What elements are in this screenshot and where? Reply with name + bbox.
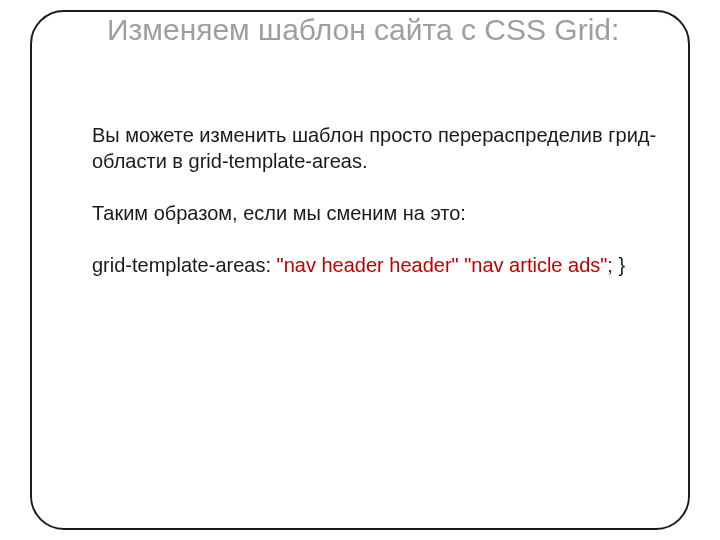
paragraph-1: Вы можете изменить шаблон просто перерас…: [92, 122, 672, 174]
code-value: "nav header header" "nav article ads";: [277, 254, 613, 276]
code-close-brace: }: [618, 254, 625, 276]
code-line: grid-template-areas: "nav header header"…: [92, 252, 672, 278]
paragraph-2: Таким образом, если мы сменим на это:: [92, 200, 672, 226]
slide-frame: Изменяем шаблон сайта с CSS Grid: Вы мож…: [30, 10, 690, 530]
slide-content: Вы можете изменить шаблон просто перерас…: [92, 122, 672, 278]
slide-title: Изменяем шаблон сайта с CSS Grid:: [107, 12, 667, 48]
code-property: grid-template-areas:: [92, 254, 271, 276]
